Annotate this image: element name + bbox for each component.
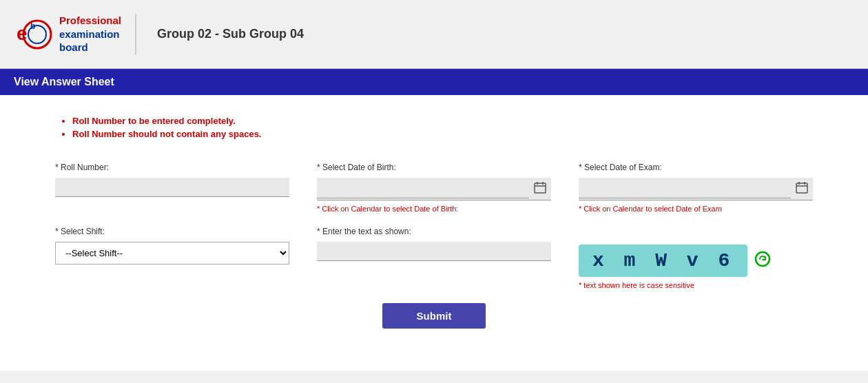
dob-label: * Select Date of Birth: xyxy=(317,163,551,172)
svg-text:b: b xyxy=(30,21,35,31)
header: e b Professional examination board Group… xyxy=(0,0,868,69)
doe-input[interactable] xyxy=(579,179,791,198)
shift-label: * Select Shift: xyxy=(55,227,289,236)
captcha-image: x m W v 6 xyxy=(579,245,747,277)
page-subtitle: Group 02 - Sub Group 04 xyxy=(157,27,304,41)
svg-rect-4 xyxy=(535,183,546,193)
captcha-refresh-button[interactable] xyxy=(754,251,771,271)
roll-number-group: * Roll Number: xyxy=(55,163,289,213)
form-row-1: * Roll Number: * Select Date of Birth: *… xyxy=(55,163,813,213)
captcha-hint: * text shown here is case sensitive xyxy=(579,281,813,289)
submit-row: Submit xyxy=(55,303,813,329)
dob-input-wrapper xyxy=(317,178,551,200)
instruction-1: Roll Number to be entered completely. xyxy=(72,116,813,126)
captcha-text-group: * Enter the text as shown: xyxy=(317,227,551,289)
main-content: Roll Number to be entered completely. Ro… xyxy=(0,95,868,371)
captcha-empty-label xyxy=(579,227,813,236)
form-row-2: * Select Shift: --Select Shift-- Morning… xyxy=(55,227,813,289)
refresh-icon xyxy=(754,251,771,267)
dob-hint: * Click on Calendar to select Date of Bi… xyxy=(317,205,551,213)
section-title: View Answer Sheet xyxy=(14,76,114,87)
section-title-bar: View Answer Sheet xyxy=(0,69,868,95)
shift-group: * Select Shift: --Select Shift-- Morning… xyxy=(55,227,289,289)
svg-text:e: e xyxy=(17,23,28,44)
roll-number-label: * Roll Number: xyxy=(55,163,289,172)
logo-area: e b Professional examination board xyxy=(11,14,136,55)
svg-rect-8 xyxy=(796,183,807,193)
shift-select[interactable]: --Select Shift-- Morning Evening xyxy=(55,242,289,265)
captcha-input[interactable] xyxy=(317,242,551,261)
dob-calendar-button[interactable] xyxy=(529,178,551,200)
captcha-image-group: x m W v 6 * text shown here is case sens… xyxy=(579,227,813,289)
instructions: Roll Number to be entered completely. Ro… xyxy=(55,109,813,149)
roll-number-input[interactable] xyxy=(55,178,289,197)
logo-text: Professional examination board xyxy=(59,14,121,54)
captcha-text-label: * Enter the text as shown: xyxy=(317,227,551,236)
doe-label: * Select Date of Exam: xyxy=(579,163,813,172)
dob-input[interactable] xyxy=(317,179,529,198)
logo-icon: e b xyxy=(11,14,52,55)
instruction-2: Roll Number should not contain any space… xyxy=(72,129,813,139)
dob-group: * Select Date of Birth: * Click on Calen… xyxy=(317,163,551,213)
doe-group: * Select Date of Exam: * Click on Calend… xyxy=(579,163,813,213)
doe-calendar-button[interactable] xyxy=(791,178,813,200)
calendar-icon-2 xyxy=(795,180,809,194)
submit-button[interactable]: Submit xyxy=(382,303,486,329)
doe-input-wrapper xyxy=(579,178,813,200)
calendar-icon xyxy=(533,180,547,194)
captcha-display-area: x m W v 6 xyxy=(579,245,813,277)
doe-hint: * Click on Calendar to select Date of Ex… xyxy=(579,205,813,213)
